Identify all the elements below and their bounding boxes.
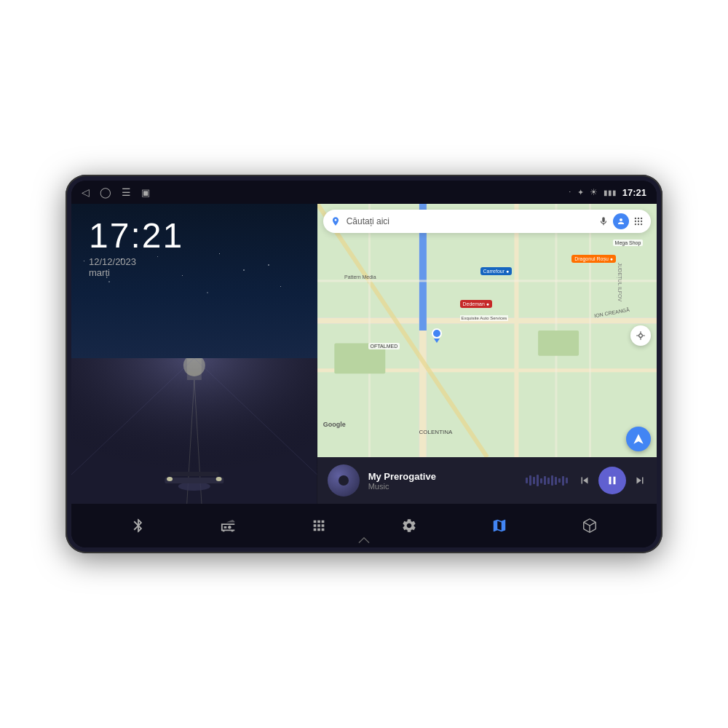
- tunnel-svg: [71, 358, 317, 504]
- album-art-center: [339, 475, 349, 486]
- navigation-pin: [430, 328, 444, 346]
- bottom-3d-button[interactable]: [582, 518, 598, 534]
- waveform-bar: [566, 478, 568, 483]
- device-screen: ◁ ◯ ☰ ▣ ⋅ ✦ ☀ ▮▮▮ 17:21: [71, 181, 657, 547]
- svg-point-29: [639, 334, 643, 338]
- skip-next-icon: [633, 474, 646, 487]
- bluetooth-status-icon: ⋅: [569, 188, 571, 197]
- play-pause-button[interactable]: [598, 467, 626, 494]
- music-title: My Prerogative: [368, 471, 517, 482]
- swipe-up-indicator[interactable]: [358, 536, 370, 546]
- mega-shop-label: Mega Shop: [613, 240, 644, 246]
- person-icon: [617, 217, 625, 226]
- svg-point-35: [638, 218, 639, 219]
- microphone-icon[interactable]: [598, 216, 609, 226]
- music-album-art: [328, 464, 360, 496]
- bottom-radio-button[interactable]: [221, 518, 237, 534]
- pause-icon: [606, 474, 619, 487]
- svg-point-41: [638, 223, 639, 225]
- home-button[interactable]: ◯: [100, 186, 111, 198]
- navigate-icon: [633, 433, 644, 445]
- stars-bg: [71, 248, 317, 358]
- screenshot-button[interactable]: ▣: [141, 187, 150, 198]
- exquisite-label: Exquisite Auto Services: [460, 315, 509, 321]
- waveform-bar: [562, 476, 564, 486]
- status-icons: ⋅ ✦ ☀ ▮▮▮ 17:21: [569, 187, 646, 198]
- tunnel-road: [71, 358, 317, 504]
- back-button[interactable]: ◁: [82, 186, 90, 198]
- car-tunnel: [71, 358, 317, 504]
- bottom-maps-button[interactable]: [491, 518, 507, 534]
- svg-point-37: [635, 221, 636, 222]
- device-frame: ◁ ◯ ☰ ▣ ⋅ ✦ ☀ ▮▮▮ 17:21: [66, 175, 662, 553]
- svg-point-40: [635, 223, 636, 225]
- next-track-button[interactable]: [633, 474, 646, 487]
- menu-button[interactable]: ☰: [122, 186, 131, 198]
- right-panel: Pattern Media Carrefour ● Dedeman ● Drag…: [317, 204, 657, 504]
- bottom-apps-button[interactable]: [311, 518, 327, 534]
- svg-rect-24: [368, 204, 371, 457]
- map-search-bar[interactable]: Căutați aici: [323, 210, 651, 233]
- nav-buttons: ◁ ◯ ☰ ▣: [82, 186, 150, 198]
- skip-prev-icon: [578, 474, 591, 487]
- waveform-bar: [551, 475, 553, 486]
- cube-3d-icon: [582, 518, 598, 534]
- prev-track-button[interactable]: [578, 474, 591, 487]
- wifi-icon: ☀: [590, 187, 598, 197]
- bluetooth-icon: ✦: [577, 188, 584, 197]
- account-icon[interactable]: [613, 213, 629, 229]
- music-info: My Prerogative Music: [368, 471, 517, 491]
- dragon-poi[interactable]: Dragonul Roșu ●: [571, 255, 616, 263]
- pattern-media-label: Pattern Media: [344, 274, 376, 280]
- judetul-ilfov-label: JUDEȚUL ILFOV: [617, 263, 622, 301]
- google-logo: Google: [323, 421, 346, 428]
- map-target-button[interactable]: [630, 325, 651, 346]
- oftalmed-label: OFTALMED: [368, 343, 400, 349]
- maps-pin-icon: [331, 216, 341, 226]
- music-controls: [578, 467, 646, 494]
- grid-dots-icon[interactable]: [633, 216, 644, 226]
- bottom-settings-button[interactable]: [401, 518, 417, 534]
- svg-rect-11: [170, 472, 219, 476]
- waveform-bar: [544, 476, 546, 485]
- bottom-navigation-bar: [71, 504, 657, 547]
- status-time: 17:21: [622, 187, 646, 198]
- radio-icon: [221, 518, 237, 534]
- map-section[interactable]: Pattern Media Carrefour ● Dedeman ● Drag…: [317, 204, 657, 457]
- waveform-bar: [526, 478, 528, 483]
- map-navigate-fab[interactable]: [626, 427, 651, 451]
- music-player: My Prerogative Music: [317, 457, 657, 504]
- settings-gear-icon: [401, 518, 417, 534]
- bottom-bluetooth-button[interactable]: [130, 518, 146, 534]
- left-panel: 17:21 12/12/2023 marți: [71, 204, 317, 504]
- svg-point-13: [216, 477, 222, 481]
- waveform-bar: [555, 477, 557, 485]
- carrefour-poi[interactable]: Carrefour ●: [480, 267, 513, 275]
- target-icon: [636, 331, 646, 341]
- map-search-action-icons: [598, 213, 644, 229]
- svg-point-39: [641, 221, 642, 222]
- music-subtitle: Music: [368, 482, 517, 491]
- svg-point-34: [635, 218, 636, 219]
- dedeman-poi[interactable]: Dedeman ●: [460, 300, 493, 308]
- apps-grid-icon: [311, 518, 327, 534]
- map-search-text: Căutați aici: [347, 216, 593, 226]
- colentina-label: COLENTINA: [419, 429, 453, 435]
- map-background: Pattern Media Carrefour ● Dedeman ● Drag…: [317, 204, 657, 457]
- main-content: 17:21 12/12/2023 marți: [71, 204, 657, 504]
- music-waveform: [526, 473, 569, 488]
- status-bar: ◁ ◯ ☰ ▣ ⋅ ✦ ☀ ▮▮▮ 17:21: [71, 181, 657, 204]
- svg-point-38: [638, 221, 639, 222]
- map-roads-svg: [317, 204, 657, 457]
- waveform-bar: [537, 475, 539, 486]
- svg-point-12: [167, 477, 173, 481]
- svg-rect-10: [165, 478, 223, 483]
- waveform-bar: [529, 475, 531, 486]
- svg-rect-26: [589, 204, 591, 457]
- svg-point-36: [641, 218, 642, 219]
- bluetooth-bottom-icon: [130, 518, 146, 534]
- waveform-bar: [558, 478, 561, 483]
- chevron-up-icon: [358, 537, 370, 544]
- signal-icon: ▮▮▮: [604, 189, 617, 197]
- svg-rect-28: [538, 331, 579, 356]
